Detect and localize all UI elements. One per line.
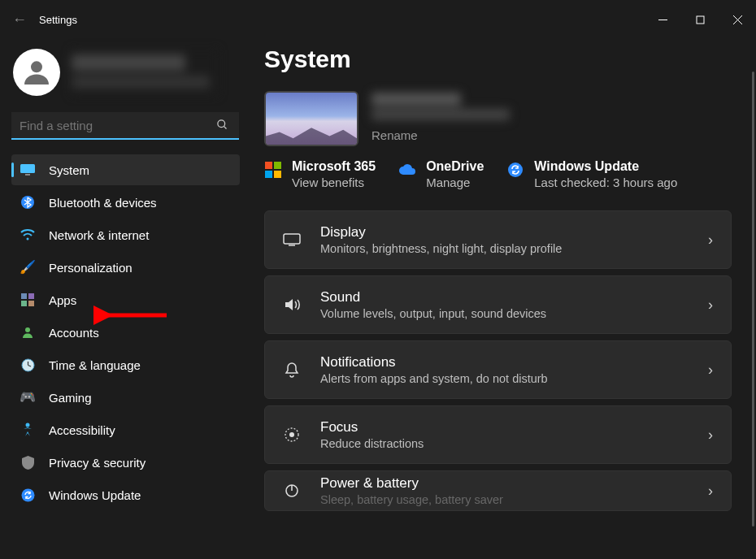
apps-icon (20, 292, 36, 308)
quick-sub: View benefits (292, 176, 376, 189)
sidebar: System Bluetooth & devices Network & int… (0, 39, 248, 559)
rename-link[interactable]: Rename (371, 128, 518, 142)
card-sub: Sleep, battery usage, battery saver (320, 493, 689, 506)
update-icon (20, 487, 36, 503)
shield-icon (20, 454, 36, 470)
gamepad-icon: 🎮 (20, 389, 36, 405)
svg-point-25 (508, 162, 523, 177)
card-focus[interactable]: FocusReduce distractions › (264, 405, 732, 464)
app-title: Settings (39, 14, 77, 26)
sidebar-item-accounts[interactable]: Accounts (11, 317, 240, 348)
card-sub: Reduce distractions (320, 437, 689, 450)
maximize-button[interactable] (681, 6, 719, 32)
bell-icon (283, 362, 301, 378)
search-input[interactable] (11, 112, 239, 140)
svg-point-15 (25, 327, 30, 332)
sidebar-item-apps[interactable]: Apps (11, 284, 240, 315)
titlebar: ← Settings (0, 0, 756, 39)
sidebar-item-label: System (49, 163, 89, 177)
person-icon (20, 324, 36, 340)
quick-title: Microsoft 365 (292, 159, 376, 174)
desktop-thumbnail[interactable] (264, 91, 358, 146)
back-button[interactable]: ← (0, 0, 39, 39)
sidebar-item-accessibility[interactable]: Accessibility (11, 414, 240, 445)
sidebar-item-label: Accessibility (49, 423, 115, 437)
sidebar-item-bluetooth[interactable]: Bluetooth & devices (11, 187, 240, 218)
chevron-right-icon: › (708, 232, 713, 249)
quick-update[interactable]: Windows Update Last checked: 3 hours ago (506, 159, 677, 189)
device-name-redacted (371, 91, 518, 124)
sidebar-item-label: Windows Update (49, 488, 141, 502)
svg-point-5 (218, 120, 225, 128)
svg-point-19 (26, 423, 30, 427)
sidebar-item-label: Gaming (49, 391, 92, 405)
device-row: Rename (264, 91, 746, 146)
card-sub: Monitors, brightness, night light, displ… (320, 242, 689, 255)
settings-list: DisplayMonitors, brightness, night light… (264, 210, 746, 511)
sidebar-item-gaming[interactable]: 🎮 Gaming (11, 382, 240, 413)
svg-rect-23 (265, 171, 272, 178)
chevron-right-icon: › (708, 362, 713, 379)
svg-rect-26 (284, 234, 300, 244)
card-display[interactable]: DisplayMonitors, brightness, night light… (264, 210, 732, 269)
card-sub: Volume levels, output, input, sound devi… (320, 307, 689, 320)
chevron-right-icon: › (708, 483, 713, 500)
sidebar-item-label: Bluetooth & devices (49, 196, 157, 210)
nav: System Bluetooth & devices Network & int… (11, 154, 240, 510)
sidebar-item-privacy[interactable]: Privacy & security (11, 447, 240, 478)
sidebar-item-label: Network & internet (49, 228, 149, 242)
paintbrush-icon: 🖌️ (20, 259, 36, 275)
card-title: Notifications (320, 354, 689, 370)
sidebar-item-label: Personalization (49, 261, 133, 275)
sidebar-item-time[interactable]: Time & language (11, 349, 240, 380)
minimize-button[interactable] (644, 6, 681, 32)
svg-point-4 (31, 61, 42, 72)
sidebar-item-personalization[interactable]: 🖌️ Personalization (11, 252, 240, 283)
quick-title: OneDrive (426, 159, 484, 174)
search-icon (216, 119, 228, 133)
close-button[interactable] (719, 6, 756, 32)
svg-rect-11 (21, 293, 27, 299)
user-card[interactable] (13, 49, 240, 96)
svg-rect-1 (697, 16, 704, 24)
quick-microsoft365[interactable]: Microsoft 365 View benefits (264, 159, 376, 189)
sidebar-item-system[interactable]: System (11, 154, 240, 185)
user-info-redacted (72, 50, 218, 95)
svg-point-29 (289, 432, 294, 437)
chevron-right-icon: › (708, 427, 713, 444)
sound-icon (283, 297, 301, 312)
focus-icon (283, 427, 301, 443)
update-icon (506, 161, 524, 179)
card-title: Sound (320, 289, 689, 306)
sidebar-item-network[interactable]: Network & internet (11, 219, 240, 250)
svg-rect-7 (20, 164, 35, 173)
sidebar-item-label: Privacy & security (49, 456, 146, 470)
cloud-icon (398, 161, 416, 179)
svg-rect-8 (25, 174, 30, 176)
card-sound[interactable]: SoundVolume levels, output, input, sound… (264, 275, 732, 334)
window-controls (644, 6, 756, 32)
quick-sub: Last checked: 3 hours ago (534, 176, 677, 189)
quick-sub: Manage (426, 176, 484, 189)
bluetooth-icon (20, 194, 36, 210)
search-wrap (11, 112, 240, 140)
quick-links: Microsoft 365 View benefits OneDrive Man… (264, 159, 746, 189)
sidebar-item-label: Apps (49, 293, 76, 307)
svg-rect-21 (265, 162, 272, 169)
quick-title: Windows Update (534, 159, 677, 174)
svg-point-20 (21, 488, 34, 501)
card-power[interactable]: Power & batterySleep, battery usage, bat… (264, 470, 732, 511)
svg-rect-22 (274, 162, 281, 169)
sidebar-item-label: Accounts (49, 326, 99, 340)
microsoft-icon (264, 161, 282, 179)
sidebar-item-update[interactable]: Windows Update (11, 479, 240, 510)
card-notifications[interactable]: NotificationsAlerts from apps and system… (264, 340, 732, 399)
sidebar-item-label: Time & language (49, 358, 141, 372)
power-icon (283, 483, 301, 498)
svg-rect-24 (274, 171, 281, 178)
chevron-right-icon: › (708, 297, 713, 314)
avatar (13, 49, 60, 96)
svg-rect-12 (28, 293, 34, 299)
quick-onedrive[interactable]: OneDrive Manage (398, 159, 484, 189)
scrollbar[interactable] (752, 72, 754, 526)
